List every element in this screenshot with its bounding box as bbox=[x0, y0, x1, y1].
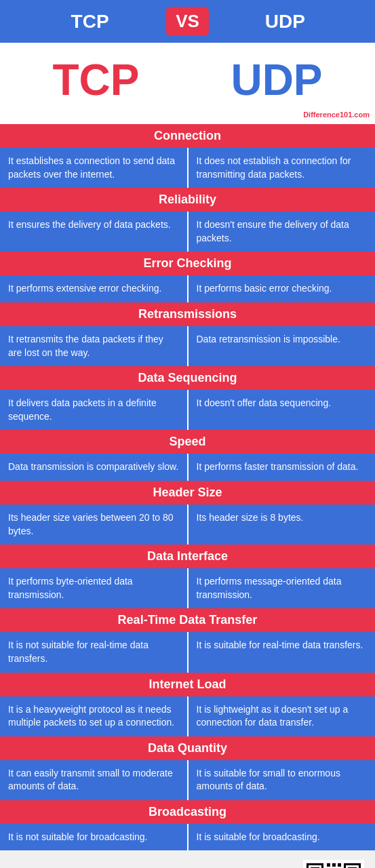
cat-udp-cell-11: It is suitable for broadcasting. bbox=[189, 824, 376, 851]
cat-row-5: Data transmission is comparatively slow.… bbox=[0, 454, 375, 481]
cat-header-11: Broadcasting bbox=[0, 800, 375, 824]
cat-header-8: Real-Time Data Transfer bbox=[0, 608, 375, 632]
cat-row-2: It performs extensive error checking.It … bbox=[0, 275, 375, 302]
title-tcp: TCP bbox=[52, 55, 139, 105]
qr-code bbox=[303, 860, 364, 868]
cat-header-5: Speed bbox=[0, 430, 375, 454]
cat-tcp-cell-8: It is not suitable for real-time data tr… bbox=[0, 632, 187, 672]
svg-rect-11 bbox=[332, 863, 336, 867]
cat-tcp-cell-11: It is not suitable for broadcasting. bbox=[0, 824, 187, 851]
cat-row-10: It can easily transmit small to moderate… bbox=[0, 760, 375, 800]
cat-udp-cell-0: It does not establish a connection for t… bbox=[189, 148, 376, 188]
cat-row-6: Its header size varies between 20 to 80 … bbox=[0, 505, 375, 545]
cat-row-0: It establishes a connection to send data… bbox=[0, 148, 375, 188]
brand-watermark: Difference101.com bbox=[0, 111, 375, 121]
title-section: TCP UDP bbox=[0, 43, 375, 111]
cat-row-9: It is a heavyweight protocol as it needs… bbox=[0, 696, 375, 736]
cat-udp-cell-6: Its header size is 8 bytes. bbox=[189, 505, 376, 545]
cat-udp-cell-3: Data retransmission is impossible. bbox=[189, 326, 376, 366]
cat-header-0: Connection bbox=[0, 124, 375, 148]
svg-rect-12 bbox=[338, 863, 341, 867]
cat-tcp-cell-9: It is a heavyweight protocol as it needs… bbox=[0, 696, 187, 736]
cat-tcp-cell-0: It establishes a connection to send data… bbox=[0, 148, 187, 188]
cat-tcp-cell-1: It ensures the delivery of data packets. bbox=[0, 212, 187, 252]
cat-header-6: Header Size bbox=[0, 481, 375, 505]
cat-header-1: Reliability bbox=[0, 188, 375, 212]
cat-udp-cell-4: It doesn't offer data sequencing. bbox=[189, 390, 376, 430]
cat-tcp-cell-6: Its header size varies between 20 to 80 … bbox=[0, 505, 187, 545]
cat-header-7: Data Interface bbox=[0, 545, 375, 568]
cat-header-10: Data Quantity bbox=[0, 736, 375, 760]
svg-rect-10 bbox=[327, 863, 330, 867]
cat-tcp-cell-4: It delivers data packets in a definite s… bbox=[0, 390, 187, 430]
cat-row-8: It is not suitable for real-time data tr… bbox=[0, 632, 375, 672]
cat-tcp-cell-10: It can easily transmit small to moderate… bbox=[0, 760, 187, 800]
categories-container: ConnectionIt establishes a connection to… bbox=[0, 124, 375, 850]
cat-header-3: Retransmissions bbox=[0, 302, 375, 326]
cat-row-7: It performs byte-oriented data transmiss… bbox=[0, 568, 375, 608]
cat-tcp-cell-2: It performs extensive error checking. bbox=[0, 275, 187, 302]
footer: Visit Our Website For More Information D… bbox=[0, 850, 375, 868]
cat-tcp-cell-3: It retransmits the data packets if they … bbox=[0, 326, 187, 366]
cat-udp-cell-5: It performs faster transmission of data. bbox=[189, 454, 376, 481]
cat-header-2: Error Checking bbox=[0, 252, 375, 275]
cat-header-9: Internet Load bbox=[0, 673, 375, 696]
cat-row-11: It is not suitable for broadcasting.It i… bbox=[0, 824, 375, 851]
cat-row-1: It ensures the delivery of data packets.… bbox=[0, 212, 375, 252]
cat-udp-cell-2: It performs basic error checking. bbox=[189, 275, 376, 302]
cat-tcp-cell-5: Data transmission is comparatively slow. bbox=[0, 454, 187, 481]
title-udp: UDP bbox=[231, 55, 322, 105]
header-udp-label: UDP bbox=[209, 11, 361, 33]
cat-udp-cell-1: It doesn't ensure the delivery of data p… bbox=[189, 212, 376, 252]
cat-header-4: Data Sequencing bbox=[0, 366, 375, 390]
cat-udp-cell-9: It is lightweight as it doesn't set up a… bbox=[189, 696, 376, 736]
cat-tcp-cell-7: It performs byte-oriented data transmiss… bbox=[0, 568, 187, 608]
cat-row-3: It retransmits the data packets if they … bbox=[0, 326, 375, 366]
header-tcp-label: TCP bbox=[14, 11, 166, 33]
header-bar: TCP VS UDP bbox=[0, 0, 375, 43]
cat-row-4: It delivers data packets in a definite s… bbox=[0, 390, 375, 430]
cat-udp-cell-10: It is suitable for small to enormous amo… bbox=[189, 760, 376, 800]
cat-udp-cell-7: It performs message-oriented data transm… bbox=[189, 568, 376, 608]
cat-udp-cell-8: It is suitable for real-time data transf… bbox=[189, 632, 376, 672]
header-vs-badge: VS bbox=[166, 7, 209, 36]
